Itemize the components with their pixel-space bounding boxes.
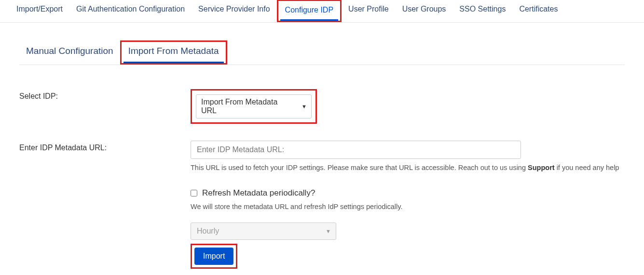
tab-git-auth[interactable]: Git Authentication Configuration	[69, 0, 192, 21]
row-refresh: Refresh Metadata periodically? We will s…	[19, 188, 625, 210]
subtab-manual[interactable]: Manual Configuration	[19, 42, 120, 65]
label-refresh: Refresh Metadata periodically?	[202, 188, 315, 198]
sub-tabs: Manual Configuration Import From Metadat…	[19, 42, 625, 65]
label-select-idp: Select IDP:	[19, 89, 191, 101]
tab-configure-idp[interactable]: Configure IDP	[280, 2, 339, 21]
content-area: Manual Configuration Import From Metadat…	[0, 23, 644, 275]
subtab-import-metadata[interactable]: Import From Metadata	[123, 42, 224, 63]
input-metadata-url[interactable]	[191, 141, 521, 159]
top-tabs: Import/Export Git Authentication Configu…	[0, 0, 644, 23]
chevron-down-icon: ▼	[326, 228, 331, 234]
highlight-import-metadata: Import From Metadata	[120, 40, 227, 65]
select-frequency[interactable]: Hourly ▼	[191, 223, 336, 240]
highlight-select-idp: Import From Metadata URL ▼	[191, 89, 317, 124]
tab-user-profile[interactable]: User Profile	[342, 0, 396, 21]
tab-certificates[interactable]: Certificates	[512, 0, 564, 21]
tab-sso-settings[interactable]: SSO Settings	[452, 0, 512, 21]
helper-refresh: We will store the metadata URL and refre…	[191, 203, 625, 210]
row-select-idp: Select IDP: Import From Metadata URL ▼	[19, 89, 625, 124]
row-metadata-url: Enter IDP Metadata URL: This URL is used…	[19, 141, 625, 171]
highlight-configure-idp: Configure IDP	[277, 0, 342, 22]
checkbox-refresh[interactable]	[191, 190, 197, 196]
helper-metadata-url: This URL is used to fetch your IDP setti…	[191, 164, 625, 171]
import-button[interactable]: Import	[194, 248, 233, 265]
highlight-import-button: Import	[191, 244, 237, 269]
label-metadata-url: Enter IDP Metadata URL:	[19, 141, 191, 152]
select-idp-dropdown[interactable]: Import From Metadata URL	[196, 94, 312, 118]
row-frequency-import: Hourly ▼ Import	[19, 223, 625, 269]
support-link[interactable]: Support	[528, 164, 555, 171]
tab-service-provider[interactable]: Service Provider Info	[192, 0, 277, 21]
tab-import-export[interactable]: Import/Export	[10, 0, 69, 21]
tab-user-groups[interactable]: User Groups	[396, 0, 453, 21]
